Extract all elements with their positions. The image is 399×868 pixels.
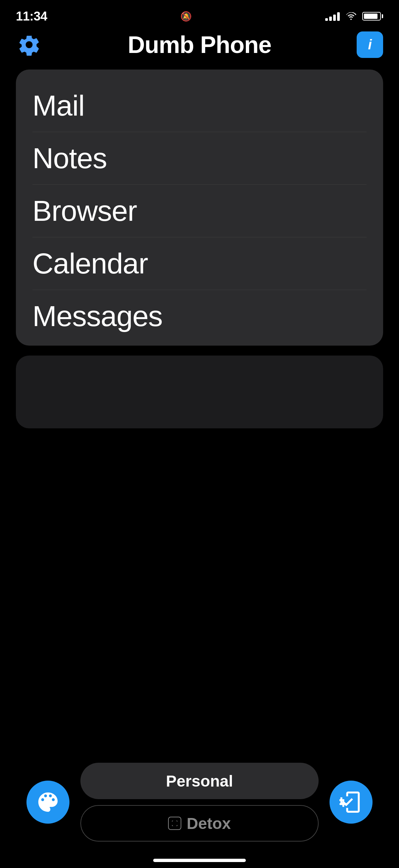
status-time: 11:34 xyxy=(16,9,47,24)
add-phone-button[interactable] xyxy=(330,781,372,824)
status-bar: 11:34 🔕 xyxy=(0,0,399,27)
personal-label: Personal xyxy=(166,772,233,790)
mute-icon: 🔕 xyxy=(180,11,192,22)
bottom-buttons-row: Personal Detox xyxy=(0,763,399,841)
battery-icon xyxy=(362,12,383,21)
list-item-notes[interactable]: Notes xyxy=(32,132,367,185)
status-right-icons xyxy=(325,11,383,21)
list-item-browser[interactable]: Browser xyxy=(32,185,367,237)
page-title: Dumb Phone xyxy=(128,31,271,58)
signal-icon xyxy=(325,11,340,21)
bottom-area: Personal Detox xyxy=(0,763,399,841)
detox-button[interactable]: Detox xyxy=(80,805,319,841)
phone-add-icon xyxy=(339,790,363,814)
wifi-icon xyxy=(346,12,356,20)
svg-rect-1 xyxy=(339,803,347,805)
list-item-mail[interactable]: Mail xyxy=(32,80,367,132)
settings-gear-button[interactable] xyxy=(16,31,42,58)
palette-button[interactable] xyxy=(27,781,69,824)
info-icon-label: i xyxy=(368,37,372,53)
info-button[interactable]: i xyxy=(357,31,383,58)
center-pill-buttons: Personal Detox xyxy=(80,763,319,841)
nav-bar: Dumb Phone i xyxy=(0,27,399,63)
main-app-list-card: Mail Notes Browser Calendar Messages xyxy=(16,69,383,346)
detox-label: Detox xyxy=(187,814,231,833)
palette-icon xyxy=(36,790,60,814)
home-indicator xyxy=(153,859,246,862)
list-item-calendar[interactable]: Calendar xyxy=(32,237,367,290)
personal-button[interactable]: Personal xyxy=(80,763,319,799)
secondary-card xyxy=(16,355,383,428)
detox-scan-icon xyxy=(168,817,181,830)
gear-icon xyxy=(17,33,41,57)
list-item-messages[interactable]: Messages xyxy=(32,290,367,342)
